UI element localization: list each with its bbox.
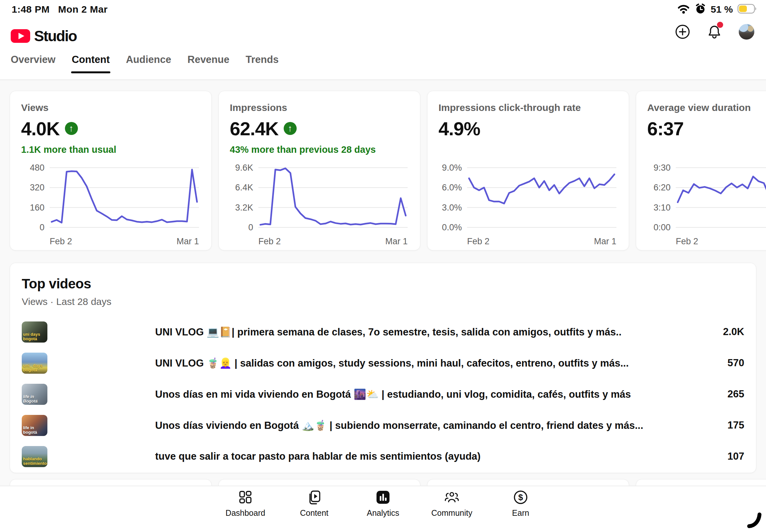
video-thumbnail: life in bogotá bbox=[22, 415, 47, 436]
tab-trends[interactable]: Trends bbox=[246, 54, 279, 73]
video-title: Unos días viviendo en Bogotá 🏔️🧋 | subie… bbox=[155, 419, 643, 431]
svg-text:Mar 1: Mar 1 bbox=[176, 236, 199, 246]
analytics-tabs: Overview Content Audience Revenue Trends bbox=[11, 54, 278, 73]
battery-icon bbox=[737, 4, 757, 15]
community-icon bbox=[444, 490, 460, 506]
top-videos-card: Top videos Views · Last 28 days uni days… bbox=[10, 263, 756, 473]
nav-label: Dashboard bbox=[225, 508, 265, 518]
video-views: 2.0K bbox=[723, 326, 744, 338]
svg-text:160: 160 bbox=[30, 203, 44, 212]
metric-card-avg-view-duration[interactable]: Average view duration 6:37 ↑ 0:003:106:2… bbox=[636, 91, 766, 250]
video-thumbnail: uni_ days bogotá bbox=[22, 353, 47, 374]
video-thumbnail: hablando sentimientos bbox=[22, 446, 47, 467]
svg-text:320: 320 bbox=[30, 183, 44, 192]
metric-value: 6:37 bbox=[647, 118, 684, 139]
metric-card-views[interactable]: Views 4.0K ↑ 1.1K more than usual 016032… bbox=[10, 91, 212, 250]
pointer-cursor-arc bbox=[745, 508, 765, 531]
trend-up-icon: ↑ bbox=[65, 122, 78, 135]
app-header: Studio bbox=[0, 20, 766, 51]
metric-value: 4.0K bbox=[21, 118, 60, 139]
dashboard-icon bbox=[237, 490, 253, 506]
notifications-bell-button[interactable] bbox=[707, 24, 722, 39]
metric-title: Impressions click-through rate bbox=[439, 102, 618, 113]
svg-text:Feb 2: Feb 2 bbox=[467, 236, 490, 246]
tab-content[interactable]: Content bbox=[72, 54, 110, 73]
video-title: UNI VLOG 💻📔| primera semana de clases, 7… bbox=[155, 326, 622, 338]
svg-text:0.0%: 0.0% bbox=[442, 223, 462, 232]
svg-text:Feb 2: Feb 2 bbox=[50, 236, 72, 246]
brand-name: Studio bbox=[34, 27, 77, 45]
duration-sparkline-chart: 0:003:106:209:30Feb 2 bbox=[647, 164, 766, 249]
metric-value: 62.4K bbox=[230, 118, 278, 139]
svg-text:9.6K: 9.6K bbox=[235, 164, 253, 173]
impressions-sparkline-chart: 03.2K6.4K9.6KFeb 2Mar 1 bbox=[230, 164, 410, 249]
thumbnail-text: hablando sentimientos bbox=[23, 457, 47, 465]
svg-text:Feb 2: Feb 2 bbox=[258, 236, 281, 246]
account-avatar[interactable] bbox=[739, 24, 754, 40]
video-views: 175 bbox=[727, 419, 744, 431]
video-views: 570 bbox=[727, 357, 744, 369]
video-thumbnail: life in Bogotá bbox=[22, 384, 47, 405]
create-plus-button[interactable] bbox=[675, 24, 690, 39]
video-views: 107 bbox=[727, 451, 744, 462]
svg-text:0: 0 bbox=[248, 223, 253, 232]
thumbnail-text: life in bogotá bbox=[23, 426, 47, 434]
nav-label: Content bbox=[300, 508, 328, 518]
battery-percent: 51 % bbox=[711, 4, 733, 15]
wifi-icon bbox=[677, 4, 690, 15]
metric-card-impressions[interactable]: Impressions 62.4K ↑ 43% more than previo… bbox=[218, 91, 420, 250]
tab-audience[interactable]: Audience bbox=[126, 54, 171, 73]
nav-item-earn[interactable]: $ Earn bbox=[496, 486, 545, 532]
tab-revenue[interactable]: Revenue bbox=[188, 54, 229, 73]
svg-text:6.4K: 6.4K bbox=[235, 183, 253, 192]
top-videos-title: Top videos bbox=[22, 276, 744, 292]
svg-text:3.2K: 3.2K bbox=[235, 203, 253, 212]
video-title: UNI VLOG 🧋👱‍♀️ | salidas con amigos, stu… bbox=[155, 357, 629, 369]
table-row[interactable]: hablando sentimientos tuve que salir a t… bbox=[22, 441, 744, 472]
svg-text:Mar 1: Mar 1 bbox=[594, 236, 616, 246]
alarm-icon bbox=[695, 3, 706, 16]
youtube-play-icon bbox=[11, 29, 30, 43]
metric-card-ctr[interactable]: Impressions click-through rate 4.9% ↑ 0.… bbox=[427, 91, 629, 250]
svg-text:3.0%: 3.0% bbox=[442, 203, 462, 212]
svg-text:9.0%: 9.0% bbox=[442, 164, 462, 173]
svg-text:9:30: 9:30 bbox=[653, 164, 671, 173]
svg-text:6:20: 6:20 bbox=[653, 183, 671, 192]
nav-item-content[interactable]: Content bbox=[290, 486, 338, 532]
video-title: tuve que salir a tocar pasto para hablar… bbox=[155, 451, 481, 462]
tab-overview[interactable]: Overview bbox=[11, 54, 55, 73]
youtube-studio-logo[interactable]: Studio bbox=[11, 27, 77, 45]
metric-delta: 1.1K more than usual bbox=[21, 144, 200, 155]
table-row[interactable]: life in bogotá Unos días viviendo en Bog… bbox=[22, 410, 744, 441]
svg-text:3:10: 3:10 bbox=[653, 203, 671, 212]
svg-text:6.0%: 6.0% bbox=[442, 183, 462, 192]
video-views: 265 bbox=[727, 388, 744, 400]
bottom-navigation: Dashboard Content Analytics bbox=[0, 486, 766, 532]
svg-text:$: $ bbox=[518, 492, 523, 502]
metric-delta bbox=[439, 144, 618, 155]
thumbnail-text: uni_ days bogotá bbox=[23, 363, 47, 372]
nav-item-analytics[interactable]: Analytics bbox=[359, 486, 407, 532]
video-title: Unos días en mi vida viviendo en Bogotá … bbox=[155, 388, 631, 400]
metric-delta bbox=[647, 144, 766, 155]
nav-label: Community bbox=[432, 508, 472, 518]
trend-up-icon: ↑ bbox=[284, 122, 297, 135]
status-date: Mon 2 Mar bbox=[58, 4, 108, 15]
nav-item-community[interactable]: Community bbox=[428, 486, 476, 532]
svg-text:Feb 2: Feb 2 bbox=[676, 236, 698, 246]
top-videos-subtitle: Views · Last 28 days bbox=[22, 296, 744, 307]
thumbnail-text: uni days bogotá bbox=[23, 332, 47, 341]
nav-item-dashboard[interactable]: Dashboard bbox=[221, 486, 270, 532]
table-row[interactable]: uni_ days bogotá UNI VLOG 🧋👱‍♀️ | salida… bbox=[22, 347, 744, 379]
earn-dollar-icon: $ bbox=[513, 490, 529, 506]
table-row[interactable]: life in Bogotá Unos días en mi vida vivi… bbox=[22, 379, 744, 410]
nav-label: Earn bbox=[512, 508, 529, 518]
status-bar: 1:48 PMMon 2 Mar 51 % bbox=[0, 0, 766, 18]
metric-delta: 43% more than previous 28 days bbox=[230, 144, 409, 155]
metric-title: Impressions bbox=[230, 102, 409, 113]
svg-text:0: 0 bbox=[40, 223, 44, 232]
analytics-content: Views 4.0K ↑ 1.1K more than usual 016032… bbox=[0, 80, 766, 532]
table-row[interactable]: uni days bogotá UNI VLOG 💻📔| primera sem… bbox=[22, 316, 744, 347]
metric-value: 4.9% bbox=[439, 118, 480, 139]
analytics-icon bbox=[375, 490, 391, 506]
